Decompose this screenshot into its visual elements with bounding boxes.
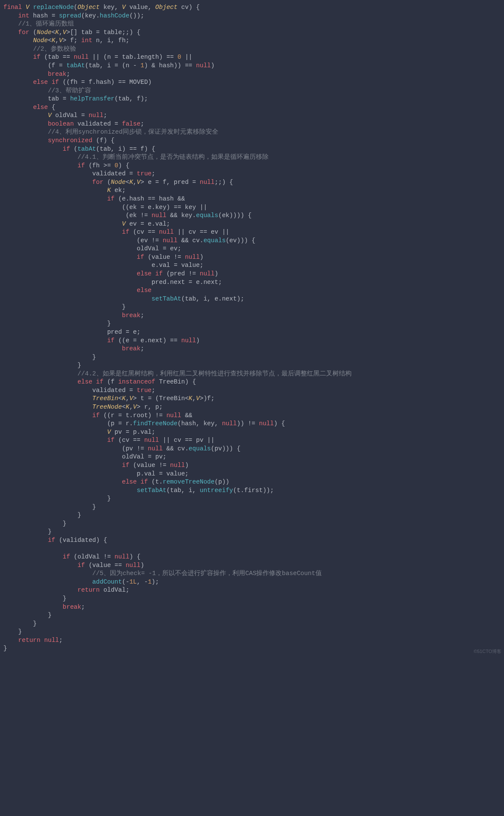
watermark: ©51CTO博客 bbox=[474, 648, 501, 655]
code-block: final V replaceNode(Object key, V value,… bbox=[3, 3, 501, 653]
